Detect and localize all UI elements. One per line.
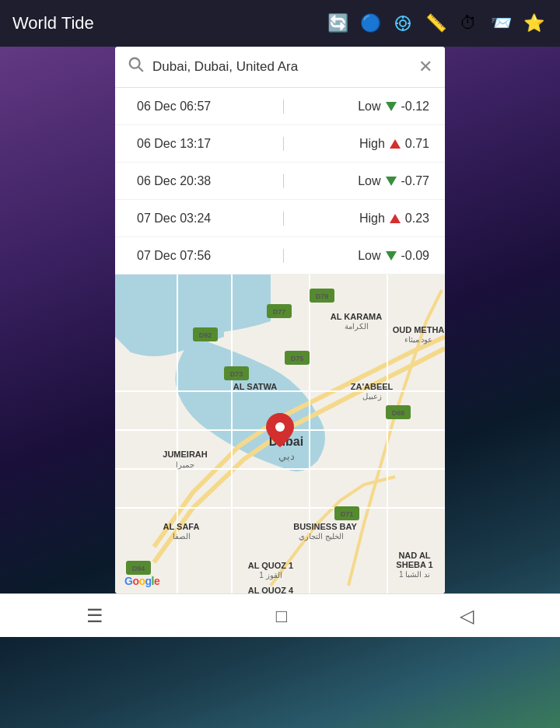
google-logo: Google xyxy=(124,575,159,587)
svg-text:D77: D77 xyxy=(273,308,286,316)
tide-info: High 0.71 xyxy=(284,137,446,151)
tide-value: 0.71 xyxy=(405,137,429,151)
tide-value: -0.09 xyxy=(401,249,429,263)
target-icon[interactable] xyxy=(389,9,417,37)
svg-text:D92: D92 xyxy=(199,331,212,339)
location-search-icon[interactable]: 🔵 xyxy=(356,9,384,37)
tide-type-label: Low xyxy=(358,249,380,263)
svg-text:الصفا: الصفا xyxy=(173,532,191,541)
svg-text:AL SAFA: AL SAFA xyxy=(163,522,200,531)
svg-text:عود ميثاء: عود ميثاء xyxy=(404,335,433,345)
tide-info: Low -0.12 xyxy=(284,100,446,114)
svg-text:JUMEIRAH: JUMEIRAH xyxy=(163,450,208,459)
svg-text:D94: D94 xyxy=(132,565,145,572)
svg-text:AL SATWA: AL SATWA xyxy=(233,382,277,391)
tide-type-label: Low xyxy=(358,174,380,188)
table-row: 06 Dec 20:38 Low -0.77 xyxy=(115,163,445,200)
tide-type-label: Low xyxy=(358,100,380,114)
svg-point-46 xyxy=(275,422,285,432)
svg-text:جميرا: جميرا xyxy=(176,460,194,470)
search-clear-button[interactable]: ✕ xyxy=(418,57,432,77)
svg-text:D75: D75 xyxy=(291,355,304,362)
svg-text:القوز 1: القوز 1 xyxy=(259,571,282,580)
svg-text:BUSINESS BAY: BUSINESS BAY xyxy=(293,522,357,531)
svg-text:D71: D71 xyxy=(341,510,354,518)
tide-info: Low -0.09 xyxy=(284,249,446,263)
ruler-icon[interactable]: 📏 xyxy=(422,9,450,37)
svg-point-1 xyxy=(400,20,406,26)
table-row: 07 Dec 07:56 Low -0.09 xyxy=(115,237,445,275)
table-row: 06 Dec 06:57 Low -0.12 xyxy=(115,88,445,125)
main-card: ✕ 06 Dec 06:57 Low -0.12 06 Dec 13:17 Hi… xyxy=(115,47,445,593)
tide-time: 07 Dec 07:56 xyxy=(115,249,284,263)
svg-text:SHEBA 1: SHEBA 1 xyxy=(396,560,432,569)
svg-text:دبي: دبي xyxy=(278,450,295,462)
map-container[interactable]: D79 D77 D92 D73 D75 D68 D71 D94 xyxy=(115,275,445,593)
nav-bar: ☰ □ ◁ xyxy=(0,593,560,637)
svg-text:D73: D73 xyxy=(230,370,243,378)
svg-text:زعبيل: زعبيل xyxy=(362,392,382,401)
svg-text:AL QUOZ 1: AL QUOZ 1 xyxy=(248,561,293,570)
svg-text:ZA'ABEEL: ZA'ABEEL xyxy=(351,382,394,391)
tide-value: -0.12 xyxy=(401,100,429,114)
table-row: 07 Dec 03:24 High 0.23 xyxy=(115,200,445,237)
table-row: 06 Dec 13:17 High 0.71 xyxy=(115,125,445,163)
tide-type-label: High xyxy=(359,212,385,226)
header-icons: 🔄 🔵 📏 ⏱ 📨 ⭐ xyxy=(324,9,548,37)
tide-type-label: High xyxy=(359,137,385,151)
svg-text:الكرامة: الكرامة xyxy=(345,322,369,331)
search-input[interactable] xyxy=(152,59,411,75)
tide-table: 06 Dec 06:57 Low -0.12 06 Dec 13:17 High… xyxy=(115,88,445,275)
back-nav-icon[interactable]: ◁ xyxy=(460,605,474,627)
mail-icon[interactable]: 📨 xyxy=(487,9,515,37)
tide-time: 06 Dec 20:38 xyxy=(115,174,284,188)
home-nav-icon[interactable]: □ xyxy=(276,605,288,627)
tide-down-arrow xyxy=(386,177,397,186)
tide-time: 07 Dec 03:24 xyxy=(115,212,284,226)
tide-value: 0.23 xyxy=(405,212,429,226)
tide-time: 06 Dec 06:57 xyxy=(115,100,284,114)
tide-value: -0.77 xyxy=(401,174,429,188)
svg-line-7 xyxy=(138,67,142,71)
tide-time: 06 Dec 13:17 xyxy=(115,137,284,151)
tide-up-arrow xyxy=(390,214,401,223)
app-header: World Tide 🔄 🔵 📏 ⏱ 📨 ⭐ xyxy=(0,0,560,47)
svg-text:NAD AL: NAD AL xyxy=(398,551,430,560)
svg-text:AL KARAMA: AL KARAMA xyxy=(331,312,382,321)
svg-text:ند الشبا 1: ند الشبا 1 xyxy=(399,570,430,579)
tide-info: Low -0.77 xyxy=(284,174,446,188)
menu-nav-icon[interactable]: ☰ xyxy=(86,605,103,627)
svg-text:AL QUOZ 4: AL QUOZ 4 xyxy=(248,586,294,593)
refresh-icon[interactable]: 🔄 xyxy=(324,9,352,37)
search-bar: ✕ xyxy=(115,47,445,88)
svg-text:D68: D68 xyxy=(392,409,405,417)
svg-text:الخليج التجاري: الخليج التجاري xyxy=(299,532,344,541)
app-title: World Tide xyxy=(12,13,314,33)
search-icon xyxy=(128,56,145,78)
tide-up-arrow xyxy=(390,139,401,149)
svg-text:OUD METHA: OUD METHA xyxy=(393,325,445,334)
svg-text:D79: D79 xyxy=(316,292,329,300)
tide-down-arrow xyxy=(386,102,397,111)
timer-icon[interactable]: ⏱ xyxy=(454,9,482,37)
tide-info: High 0.23 xyxy=(284,212,446,226)
tide-down-arrow xyxy=(386,251,397,261)
star-icon[interactable]: ⭐ xyxy=(520,9,548,37)
